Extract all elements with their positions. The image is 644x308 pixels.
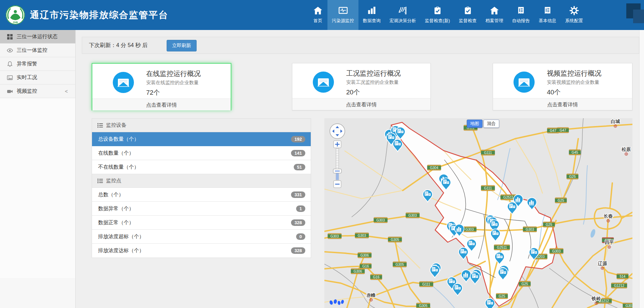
stat-row-data-abnormal[interactable]: 数据异常（个） 1 (92, 202, 311, 216)
card-detail-link[interactable]: 点击查看详情 (493, 98, 632, 110)
sidebar-item-label: 异常报警 (17, 61, 37, 67)
nav-item-supervision-new[interactable]: 监督检查(新) (420, 0, 455, 30)
refresh-now-button[interactable]: 立即刷新 (167, 40, 197, 51)
svg-text:四平: 四平 (605, 240, 614, 245)
svg-text:G2511: G2511 (497, 246, 507, 249)
road-badge: G25 (567, 174, 578, 179)
road-badge: G303 (328, 233, 341, 239)
pan-control[interactable] (330, 124, 345, 139)
map-navigation-control[interactable] (327, 121, 348, 194)
road-badge: G16 (360, 263, 371, 269)
road-badge: G2511 (494, 245, 510, 250)
nav-item-home[interactable]: 首页 (308, 0, 327, 30)
epa-logo: ZHB (5, 5, 25, 25)
stat-row-total-devices[interactable]: 总设备数量（个） 192 (92, 132, 311, 146)
map-canvas[interactable]: G111G47G47G45G111G304G25G111G2511G25G303… (324, 118, 632, 308)
monitor-pulse-icon (338, 4, 349, 17)
card-detail-link[interactable]: 点击查看详情 (92, 98, 231, 110)
value-badge: 328 (291, 247, 305, 254)
sidebar-item-label: 三位一体监控 (17, 47, 47, 53)
svg-text:辽源: 辽源 (598, 261, 608, 266)
card-count: 40个 (547, 88, 561, 97)
svg-text:G303: G303 (377, 218, 385, 222)
svg-text:G111: G111 (423, 282, 430, 286)
card-detail-link[interactable]: 点击查看详情 (292, 98, 430, 110)
sidebar-item-realtime-condition[interactable]: 实时工况 (0, 71, 75, 84)
svg-text:G306: G306 (354, 270, 362, 273)
road-badge: G303 (550, 248, 563, 254)
nav-item-system-config[interactable]: 系统配置 (561, 0, 587, 30)
value-badge: 141 (291, 150, 305, 156)
card-count: 72个 (146, 88, 160, 97)
map-type-switcher: 地图 混合 (467, 120, 499, 128)
card-video-monitoring[interactable]: 视频监控运行概况 安装视频监控的企业数量 40个 点击查看详情 (493, 63, 632, 110)
road-badge: G305 (416, 303, 430, 308)
stat-row-total-points[interactable]: 总数（个） 331 (92, 188, 311, 202)
list-icon (97, 123, 103, 128)
road-badge: G1212 (611, 283, 627, 288)
road-badge: G25 (496, 293, 508, 299)
sidebar: 三位一体运行状态 三位一体监控 异常报警 实时工况 视频监控 < (0, 30, 76, 308)
card-title: 在线监控运行概况 (146, 69, 201, 78)
card-title: 工况监控运行概况 (346, 69, 401, 78)
map-marker-enterprise[interactable] (485, 298, 495, 308)
chevron-left-icon[interactable]: < (65, 88, 68, 94)
stat-row-within-limit[interactable]: 排放浓度达标（个） 328 (92, 244, 311, 258)
refresh-bar: 下次刷新：4 分 54 秒 后 立即刷新 (82, 37, 639, 54)
svg-text:G16: G16 (373, 275, 380, 279)
section-header-devices: 监控设备 (92, 119, 311, 132)
card-subtitle: 安装视频监控的企业数量 (547, 79, 599, 86)
svg-text:G1212: G1212 (614, 284, 624, 288)
nav-item-archive[interactable]: 档案管理 (481, 0, 508, 30)
page-scrollbar-track[interactable] (639, 30, 644, 308)
value-badge: 331 (291, 191, 305, 198)
svg-text:G16: G16 (363, 264, 369, 268)
sidebar-item-trinity-monitoring[interactable]: 三位一体监控 (0, 44, 75, 57)
svg-text:G303: G303 (409, 214, 417, 217)
value-badge: 192 (291, 136, 305, 142)
bar-chart-icon (367, 4, 377, 17)
road-badge: G303 (355, 233, 369, 238)
svg-text:514: 514 (620, 275, 626, 278)
road-badge: G304 (427, 165, 441, 170)
sidebar-item-video-monitoring[interactable]: 视频监控 < (0, 84, 75, 98)
road-badge: G25 (555, 198, 567, 203)
card-subtitle: 安装在线监控的企业数量 (146, 80, 199, 86)
home-icon (313, 4, 323, 17)
road-badge: G303 (463, 227, 476, 232)
stat-row-data-normal[interactable]: 数据正常（个） 328 (92, 216, 311, 230)
nav-item-auto-report[interactable]: 自动报告 (508, 0, 534, 30)
road-badge: G306 (358, 252, 371, 258)
stat-row-online-devices[interactable]: 在线数量（个） 141 (92, 146, 311, 160)
svg-text:G303: G303 (626, 304, 632, 308)
stat-row-over-limit[interactable]: 排放浓度超标（个） 0 (92, 230, 311, 244)
grid-icon (7, 34, 13, 40)
road-badge: G305 (388, 237, 402, 242)
nav-item-pollution-monitoring[interactable]: 污染源监控 (327, 0, 358, 30)
sidebar-item-alarm[interactable]: 异常报警 (0, 57, 75, 71)
svg-text:G25: G25 (569, 175, 576, 179)
video-camera-icon (7, 88, 13, 94)
nav-item-macro-analysis[interactable]: 宏观决策分析 (385, 0, 420, 30)
nav-item-data-query[interactable]: 数据查询 (358, 0, 385, 30)
card-online-monitoring[interactable]: 在线监控运行概况 安装在线监控的企业数量 72个 点击查看详情 (92, 63, 231, 110)
road-badge: G45 (569, 150, 581, 155)
clipboard-check-icon (463, 4, 473, 17)
info-doc-icon (543, 4, 552, 17)
nav-item-basic-info[interactable]: 基本信息 (534, 0, 561, 30)
card-condition-monitoring[interactable]: 工况监控运行概况 安装工况监控的企业数量 20个 点击查看详情 (292, 63, 431, 110)
sidebar-item-trinity-run-status[interactable]: 三位一体运行状态 (0, 30, 75, 44)
image-icon (7, 75, 13, 81)
sidebar-empty-area (0, 98, 75, 278)
map-container[interactable]: G111G47G47G45G111G304G25G111G2511G25G303… (324, 118, 632, 308)
svg-text:G111: G111 (484, 151, 492, 155)
eye-icon (7, 47, 13, 53)
svg-text:G111: G111 (484, 186, 492, 190)
svg-text:G305: G305 (419, 304, 428, 308)
svg-text:G306: G306 (361, 253, 369, 257)
map-type-button-hybrid[interactable]: 混合 (484, 120, 499, 128)
stat-row-offline-devices[interactable]: 不在线数量（个） 51 (92, 160, 311, 174)
svg-text:松原: 松原 (622, 147, 631, 152)
nav-item-supervision[interactable]: 监督检查 (455, 0, 481, 30)
map-type-button-map[interactable]: 地图 (467, 120, 482, 128)
